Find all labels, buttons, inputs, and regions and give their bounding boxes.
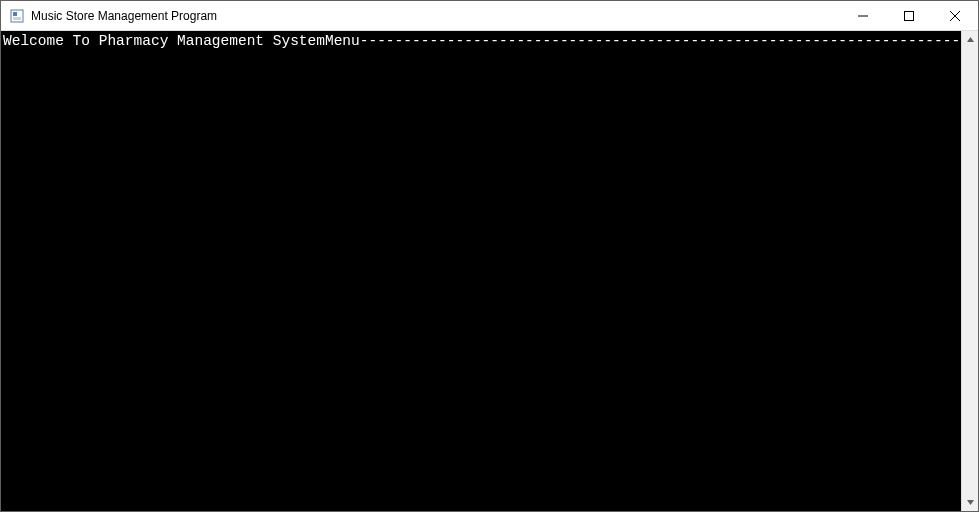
minimize-button[interactable]	[840, 1, 886, 30]
window-title: Music Store Management Program	[31, 9, 217, 23]
scroll-up-button[interactable]	[962, 31, 978, 48]
close-button[interactable]	[932, 1, 978, 30]
titlebar: Music Store Management Program	[1, 1, 978, 31]
svg-rect-2	[13, 17, 21, 20]
app-icon	[9, 8, 25, 24]
welcome-text: Welcome To Pharmacy Management System	[3, 33, 325, 49]
table-divider: ----------------------------------------…	[360, 33, 961, 49]
scroll-down-button[interactable]	[962, 494, 978, 511]
svg-rect-4	[905, 11, 914, 20]
console-output: Welcome To Pharmacy Management SystemMen…	[1, 31, 961, 511]
app-window: Music Store Management Program Welcome T…	[0, 0, 979, 512]
vertical-scrollbar[interactable]	[961, 31, 978, 511]
maximize-button[interactable]	[886, 1, 932, 30]
window-controls	[840, 1, 978, 30]
client-area: Welcome To Pharmacy Management SystemMen…	[1, 31, 978, 511]
svg-rect-1	[13, 12, 17, 16]
menu-label: Menu	[325, 33, 360, 49]
scroll-track[interactable]	[962, 48, 978, 494]
